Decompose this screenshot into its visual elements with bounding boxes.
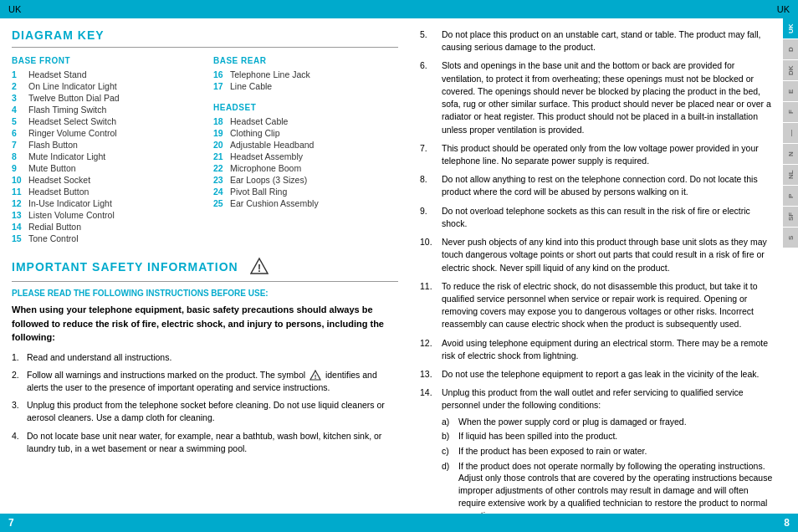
please-read: PLEASE READ THE FOLLOWING INSTRUCTIONS B… [12, 289, 398, 298]
key-item-21: 21 Headset Assembly [213, 151, 398, 161]
page-num-right: 8 [784, 517, 790, 529]
side-tab-nl[interactable]: NL [783, 165, 798, 185]
right-item-5: 5. Do not place this product on an unsta… [420, 28, 775, 54]
side-tab-e[interactable]: E [783, 81, 798, 101]
side-tab-s[interactable]: S [783, 228, 798, 248]
svg-text:!: ! [315, 373, 317, 381]
svg-text:!: ! [258, 263, 261, 274]
side-tab-dash[interactable]: — [783, 123, 798, 143]
sub-item-d: d) If the product does not operate norma… [442, 460, 775, 514]
key-item-20: 20 Adjustable Headband [213, 140, 398, 150]
key-item-19: 19 Clothing Clip [213, 128, 398, 138]
key-item-3: 3 Twelve Button Dial Pad [12, 93, 197, 103]
side-tab-dk[interactable]: DK [783, 60, 798, 80]
key-item-24: 24 Pivot Ball Ring [213, 187, 398, 197]
key-item-16: 16 Telephone Line Jack [213, 69, 398, 79]
side-tab-sf[interactable]: SF [783, 207, 798, 227]
key-item-2: 2 On Line Indicator Light [12, 81, 197, 91]
diagram-key-title: DIAGRAM KEY [12, 28, 398, 42]
key-item-14: 14 Redial Button [12, 222, 197, 232]
sub-item-a: a) When the power supply cord or plug is… [442, 416, 775, 428]
right-item-14: 14. Unplug this product from the wall ou… [420, 386, 775, 514]
top-bar-left: UK [8, 4, 21, 14]
key-item-4: 4 Flash Timing Switch [12, 105, 197, 115]
base-front-list: 1 Headset Stand 2 On Line Indicator Ligh… [12, 69, 197, 243]
key-item-13: 13 Listen Volume Control [12, 210, 197, 220]
key-item-8: 8 Mute Indicator Light [12, 151, 197, 161]
side-tab-p[interactable]: P [783, 186, 798, 206]
key-item-6: 6 Ringer Volume Control [12, 128, 197, 138]
side-tab-f[interactable]: F [783, 102, 798, 122]
right-item-7: 7. This product should be operated only … [420, 142, 775, 167]
diagram-key-section: DIAGRAM KEY BASE FRONT 1 Headset Stand 2… [12, 28, 398, 245]
safety-section: IMPORTANT SAFETY INFORMATION ! PLEASE RE… [12, 257, 398, 455]
right-item-8: 8. Do not allow anything to rest on the … [420, 173, 775, 198]
right-item-13: 13. Do not use the telephone equipment t… [420, 368, 775, 381]
key-item-23: 23 Ear Loops (3 Sizes) [213, 175, 398, 185]
right-item-10: 10. Never push objects of any kind into … [420, 236, 775, 274]
key-item-15: 15 Tone Control [12, 233, 197, 243]
safety-item-2: 2. Follow all warnings and instructions … [12, 369, 398, 394]
safety-item-3: 3. Unplug this product from the telephon… [12, 399, 398, 424]
safety-left-list: 1. Read and understand all instructions.… [12, 351, 398, 456]
right-safety-list: 5. Do not place this product on an unsta… [420, 28, 775, 514]
right-panel: 5. Do not place this product on an unsta… [410, 18, 798, 514]
bottom-bar: 7 8 [0, 514, 798, 532]
right-item-12: 12. Avoid using telephone equipment duri… [420, 337, 775, 362]
headset-title: HEADSET [213, 103, 398, 112]
key-item-10: 10 Headset Socket [12, 175, 197, 185]
sub-item-b: b) If liquid has been spilled into the p… [442, 430, 775, 442]
key-item-1: 1 Headset Stand [12, 69, 197, 79]
left-panel: DIAGRAM KEY BASE FRONT 1 Headset Stand 2… [0, 18, 410, 514]
key-item-12: 12 In-Use Indicator Light [12, 198, 197, 208]
top-bar-right: UK [777, 4, 790, 14]
key-item-18: 18 Headset Cable [213, 116, 398, 126]
key-item-25: 25 Ear Cushion Assembly [213, 198, 398, 208]
safety-bold-text: When using your telephone equipment, bas… [12, 303, 398, 345]
right-item-9: 9. Do not overload telephone sockets as … [420, 205, 775, 230]
key-item-7: 7 Flash Button [12, 140, 197, 150]
page-num-left: 7 [8, 517, 14, 529]
base-rear-col: BASE REAR 16 Telephone Line Jack 17 Line… [213, 56, 398, 245]
warning-icon: ! [250, 257, 269, 277]
key-item-9: 9 Mute Button [12, 163, 197, 173]
top-bar: UK UK [0, 0, 798, 18]
base-rear-title: BASE REAR [213, 56, 398, 65]
safety-title: IMPORTANT SAFETY INFORMATION [12, 260, 238, 274]
key-item-17: 17 Line Cable [213, 81, 398, 91]
sub-item-c: c) If the product has been exposed to ra… [442, 445, 775, 458]
right-item-6: 6. Slots and openings in the base unit a… [420, 59, 775, 136]
safety-item-1: 1. Read and understand all instructions. [12, 351, 398, 364]
side-tabs: UK D DK E F — N NL P SF S [783, 18, 798, 514]
safety-item-4: 4. Do not locate base unit near water, f… [12, 430, 398, 455]
right-item-11: 11. To reduce the risk of electric shock… [420, 280, 775, 331]
key-item-5: 5 Headset Select Switch [12, 116, 197, 126]
key-item-22: 22 Microphone Boom [213, 163, 398, 173]
key-item-11: 11 Headset Button [12, 187, 197, 197]
base-front-title: BASE FRONT [12, 56, 197, 65]
side-tab-uk[interactable]: UK [783, 18, 798, 38]
sub-list-14: a) When the power supply cord or plug is… [442, 416, 775, 514]
side-tab-n[interactable]: N [783, 144, 798, 164]
base-front-col: BASE FRONT 1 Headset Stand 2 On Line Ind… [12, 56, 197, 245]
side-tab-d[interactable]: D [783, 39, 798, 59]
